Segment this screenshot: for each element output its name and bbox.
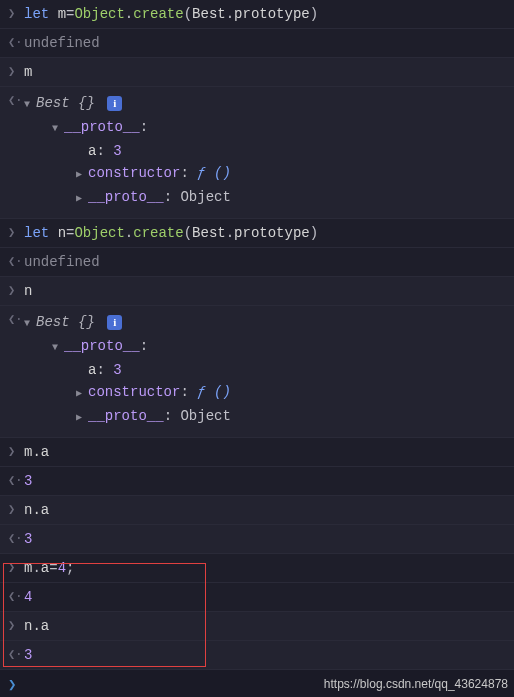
expand-toggle[interactable]: ▶	[76, 164, 88, 186]
info-icon[interactable]: i	[107, 96, 122, 111]
code-line[interactable]: m.a	[24, 443, 506, 461]
expand-toggle[interactable]: ▼	[24, 94, 36, 116]
code-line[interactable]: n.a	[24, 501, 506, 519]
console-output-row: ❮· ▼Best {} i ▼__proto__: a: 3 ▶construc…	[0, 306, 514, 438]
console-output-row: ❮· undefined	[0, 248, 514, 277]
code-line[interactable]: m	[24, 63, 506, 81]
console-output-row: ❮· 3	[0, 525, 514, 554]
output-icon: ❮·	[8, 92, 24, 110]
input-icon: ❯	[8, 63, 24, 81]
code-line[interactable]: n.a	[24, 617, 506, 635]
console-input-row: ❯ m	[0, 58, 514, 87]
console-output-row: ❮· ▼Best {} i ▼__proto__: a: 3 ▶construc…	[0, 87, 514, 219]
console-output-row: ❮· undefined	[0, 29, 514, 58]
console-input-row: ❯ n	[0, 277, 514, 306]
expand-toggle[interactable]: ▶	[76, 407, 88, 429]
input-icon: ❯	[8, 559, 24, 577]
output-icon: ❮·	[8, 253, 24, 271]
expand-toggle[interactable]: ▶	[76, 383, 88, 405]
expand-toggle[interactable]: ▼	[52, 337, 64, 359]
output-icon: ❮·	[8, 311, 24, 329]
input-icon: ❯	[8, 282, 24, 300]
info-icon[interactable]: i	[107, 315, 122, 330]
output-icon: ❮·	[8, 472, 24, 490]
output-value: 4	[24, 588, 506, 606]
console-input-row: ❯ let n=Object.create(Best.prototype)	[0, 219, 514, 248]
console-output-row: ❮· 3	[0, 641, 514, 670]
input-icon: ❯	[8, 443, 24, 461]
output-value: 3	[24, 530, 506, 548]
output-value: undefined	[24, 34, 506, 52]
input-icon: ❯	[8, 224, 24, 242]
output-icon: ❮·	[8, 646, 24, 664]
code-line[interactable]: let m=Object.create(Best.prototype)	[24, 5, 506, 23]
input-icon: ❯	[8, 617, 24, 635]
input-icon: ❯	[8, 501, 24, 519]
console-input-row: ❯ m.a	[0, 438, 514, 467]
object-tree[interactable]: ▼Best {} i ▼__proto__: a: 3 ▶constructor…	[24, 92, 506, 210]
console-input-row: ❯ m.a=4;	[0, 554, 514, 583]
expand-toggle[interactable]: ▶	[76, 188, 88, 210]
output-value: undefined	[24, 253, 506, 271]
code-line[interactable]: let n=Object.create(Best.prototype)	[24, 224, 506, 242]
object-tree[interactable]: ▼Best {} i ▼__proto__: a: 3 ▶constructor…	[24, 311, 506, 429]
input-icon: ❯	[8, 5, 24, 23]
console-input-row: ❯ n.a	[0, 612, 514, 641]
output-value: 3	[24, 472, 506, 490]
output-value: 3	[24, 646, 506, 664]
expand-toggle[interactable]: ▼	[24, 313, 36, 335]
code-line[interactable]: m.a=4;	[24, 559, 506, 577]
output-icon: ❮·	[8, 588, 24, 606]
watermark-text: https://blog.csdn.net/qq_43624878	[324, 677, 508, 691]
console-output-row: ❮· 3	[0, 467, 514, 496]
prompt-icon: ❯	[8, 677, 16, 693]
expand-toggle[interactable]: ▼	[52, 118, 64, 140]
console-input-row: ❯ let m=Object.create(Best.prototype)	[0, 0, 514, 29]
console-output-row: ❮· 4	[0, 583, 514, 612]
output-icon: ❮·	[8, 34, 24, 52]
code-line[interactable]: n	[24, 282, 506, 300]
console-input-row: ❯ n.a	[0, 496, 514, 525]
output-icon: ❮·	[8, 530, 24, 548]
